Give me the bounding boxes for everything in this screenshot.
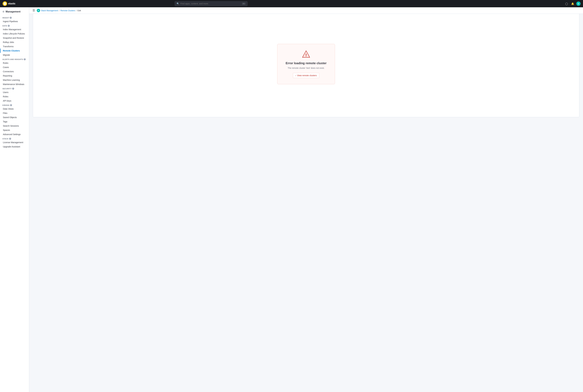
svg-text:!: ! xyxy=(306,53,307,58)
sidebar-item-transforms[interactable]: Transforms xyxy=(0,44,29,48)
hamburger-button[interactable]: ☰ xyxy=(32,8,36,12)
sidebar-item-reporting[interactable]: Reporting xyxy=(0,74,29,78)
main-content: ! Error loading remote cluster The remot… xyxy=(29,7,583,385)
elastic-logo: elastic xyxy=(3,1,16,6)
sidebar-item-snapshot-and-restore[interactable]: Snapshot and Restore xyxy=(0,36,29,40)
sidebar-section-label-ingest: Ingest? xyxy=(0,16,29,19)
sidebar-item-cases[interactable]: Cases xyxy=(0,65,29,70)
breadcrumb-remote-clusters[interactable]: Remote Clusters xyxy=(61,10,75,12)
info-icon[interactable]: ? xyxy=(9,138,11,140)
sidebar-item-spaces[interactable]: Spaces xyxy=(0,128,29,132)
sidebar-section-label-kibana: Kibana? xyxy=(0,103,29,107)
error-icon-wrap: ! xyxy=(285,50,328,58)
warning-triangle-icon: ! xyxy=(302,50,310,58)
user-avatar-button[interactable]: E xyxy=(576,2,580,6)
svg-point-3 xyxy=(4,3,5,4)
sidebar-item-data-views[interactable]: Data Views xyxy=(0,107,29,111)
info-icon[interactable]: ? xyxy=(12,88,14,90)
help-icon-button[interactable]: ◯ xyxy=(564,1,569,6)
search-bar: 🔍 ⌘/ xyxy=(175,1,247,6)
sidebar-section-label-stack: Stack? xyxy=(0,136,29,140)
sidebar-item-saved-objects[interactable]: Saved Objects xyxy=(0,115,29,120)
sidebar-section-label-security: Security? xyxy=(0,86,29,90)
notifications-icon-button[interactable]: 🔔 xyxy=(570,1,575,6)
info-icon[interactable]: ? xyxy=(24,58,26,60)
sidebar-item-rollup-jobs[interactable]: Rollup Jobs xyxy=(0,40,29,44)
sidebar-section-label-data: Data? xyxy=(0,24,29,27)
sidebar-item-remote-clusters[interactable]: Remote Clusters xyxy=(0,48,29,53)
sidebar-item-users[interactable]: Users xyxy=(0,90,29,94)
breadcrumb-avatar: D xyxy=(37,9,40,12)
breadcrumb-edit: Edit xyxy=(78,10,81,12)
content-panel: ! Error loading remote cluster The remot… xyxy=(33,11,579,117)
nav-icons: ◯ 🔔 E xyxy=(564,1,580,6)
breadcrumb-sep-2: / xyxy=(76,10,77,12)
sidebar-section-label-alerts-and-insights: Alerts and Insights? xyxy=(0,57,29,61)
sidebar-item-roles[interactable]: Roles xyxy=(0,94,29,99)
gear-icon: ⚙ xyxy=(3,10,5,13)
logo-text: elastic xyxy=(8,2,16,5)
sidebar-item-api-keys[interactable]: API keys xyxy=(0,99,29,103)
search-icon: 🔍 xyxy=(177,2,179,5)
sidebar-item-migrate[interactable]: Migrate xyxy=(0,53,29,57)
sidebar-item-ingest-pipelines[interactable]: Ingest Pipelines xyxy=(0,19,29,24)
breadcrumb-sep-1: / xyxy=(59,10,60,12)
sidebar-item-files[interactable]: Files xyxy=(0,111,29,115)
sidebar-item-connectors[interactable]: Connectors xyxy=(0,70,29,74)
sidebar-item-index-lifecycle-policies[interactable]: Index Lifecycle Policies xyxy=(0,32,29,36)
sidebar-item-rules[interactable]: Rules xyxy=(0,61,29,65)
sidebar: ⚙ Management Ingest?Ingest PipelinesData… xyxy=(0,7,29,385)
svg-point-4 xyxy=(5,3,6,4)
sidebar-item-machine-learning[interactable]: Machine Learning xyxy=(0,78,29,82)
error-description: The remote cluster 'test' does not exist… xyxy=(285,67,328,69)
search-shortcut: ⌘/ xyxy=(242,2,246,5)
error-card: ! Error loading remote cluster The remot… xyxy=(277,44,335,84)
sidebar-item-advanced-settings[interactable]: Advanced Settings xyxy=(0,132,29,136)
sidebar-sections: Ingest?Ingest PipelinesData?Index Manage… xyxy=(0,16,29,149)
sidebar-item-upgrade-assistant[interactable]: Upgrade Assistant xyxy=(0,144,29,149)
sidebar-item-tags[interactable]: Tags xyxy=(0,120,29,124)
top-nav: elastic 🔍 ⌘/ ◯ 🔔 E xyxy=(0,0,583,7)
breadcrumb-stack-management[interactable]: Stack Management xyxy=(41,10,58,12)
view-clusters-label: View remote clusters xyxy=(297,74,317,77)
info-icon[interactable]: ? xyxy=(8,25,10,27)
sidebar-title: Management xyxy=(6,10,21,13)
error-title: Error loading remote cluster xyxy=(285,62,328,65)
sidebar-item-index-management[interactable]: Index Management xyxy=(0,27,29,32)
breadcrumb-bar: ☰ D Stack Management / Remote Clusters /… xyxy=(29,7,583,14)
chevron-left-icon: ‹ xyxy=(296,74,296,77)
search-input[interactable] xyxy=(180,2,241,5)
info-icon[interactable]: ? xyxy=(10,104,12,106)
svg-point-0 xyxy=(3,1,7,6)
sidebar-item-license-management[interactable]: License Management xyxy=(0,140,29,144)
sidebar-item-search-sessions[interactable]: Search Sessions xyxy=(0,124,29,128)
info-icon[interactable]: ? xyxy=(10,17,12,19)
sidebar-header: ⚙ Management xyxy=(0,10,29,16)
view-remote-clusters-button[interactable]: ‹ View remote clusters xyxy=(293,73,319,78)
sidebar-item-maintenance-windows[interactable]: Maintenance Windows xyxy=(0,82,29,86)
